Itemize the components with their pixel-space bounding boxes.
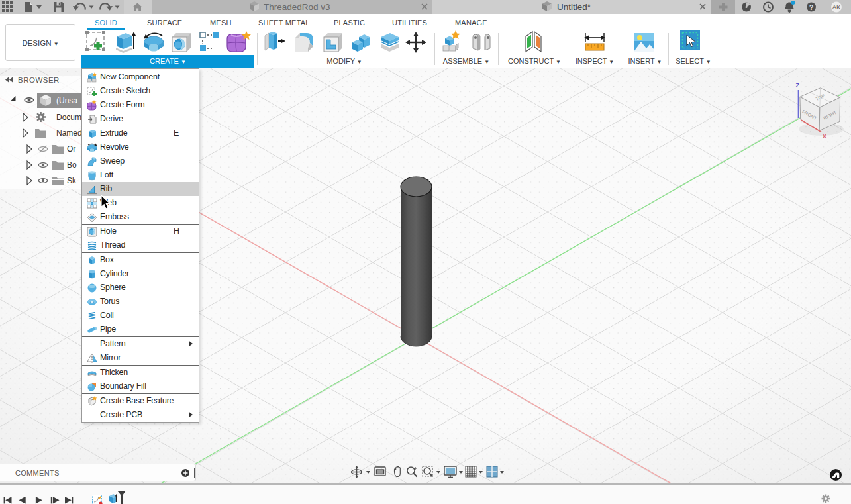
svg-text:BROWSER: BROWSER [18,76,60,84]
svg-text:(Unsa: (Unsa [56,96,77,105]
svg-text:Z: Z [796,82,800,89]
svg-text:Or: Or [67,144,75,154]
svg-text:ThreadedRod v3: ThreadedRod v3 [264,2,330,12]
svg-text:Sk: Sk [67,176,77,185]
svg-text:Docum: Docum [56,113,81,122]
svg-text:AK: AK [832,3,841,11]
svg-text:X: X [823,133,826,140]
svg-text:Named: Named [56,128,81,138]
svg-text:Untitled*: Untitled* [557,2,591,12]
svg-text:Bo: Bo [67,160,77,170]
svg-text:?: ? [809,3,814,11]
